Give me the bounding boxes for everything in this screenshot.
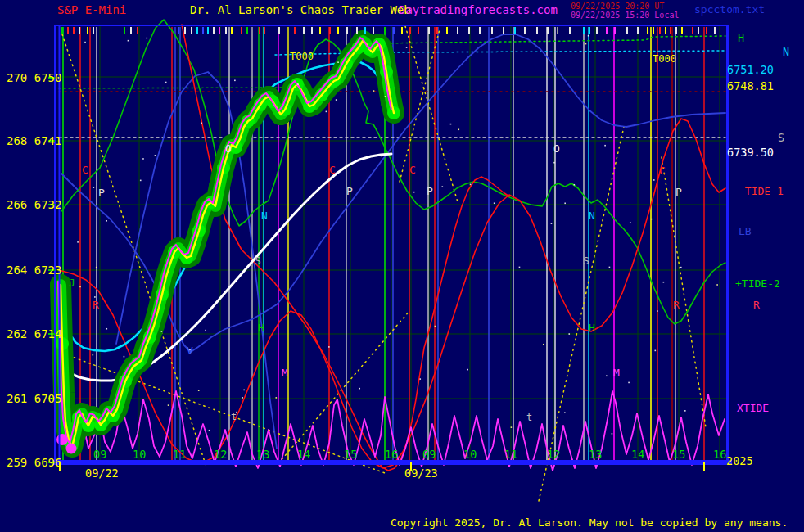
y-axis-label: 262 6714	[7, 327, 61, 340]
star-dot	[604, 145, 606, 147]
chart-letter: C	[329, 164, 336, 176]
x-axis-hour: 15	[344, 448, 357, 461]
x-axis-hour: 11	[504, 448, 517, 461]
star-dot	[146, 38, 147, 39]
price-chart: 270 6750268 6741266 6732264 6723262 6714…	[0, 0, 804, 532]
chart-letter: H	[589, 322, 595, 334]
y-axis-label: 266 6732	[7, 198, 61, 211]
start-marker-dot	[56, 434, 68, 445]
star-dot	[297, 83, 299, 85]
chart-letter-t000: T000	[653, 53, 676, 65]
chart-letter: t	[231, 411, 237, 422]
x-axis-hour: 16	[385, 448, 398, 461]
star-dot	[385, 96, 386, 97]
right-label-n: N	[783, 45, 789, 58]
series-astro-diag-5	[405, 26, 458, 205]
star-dot	[568, 333, 570, 335]
chart-letter: R	[93, 299, 99, 311]
instrument-label: S&P E-Mini	[57, 3, 126, 16]
star-dot	[606, 375, 608, 376]
legend-tide1: -TIDE-1	[739, 185, 784, 197]
chart-letter: O	[553, 142, 560, 155]
star-dot	[612, 433, 613, 435]
star-dot	[124, 356, 125, 358]
right-label-s: S	[778, 131, 784, 144]
star-dot	[209, 430, 210, 431]
site-link[interactable]: Daytradingforecasts.com	[399, 3, 558, 16]
star-dot	[467, 369, 468, 371]
chart-letter: H	[258, 322, 264, 334]
star-dot	[458, 128, 459, 130]
chart-letter-t000: T000	[290, 51, 314, 62]
chart-letter: M	[282, 367, 288, 379]
star-dot	[133, 444, 134, 446]
star-dot	[234, 80, 236, 82]
chart-letter: P	[675, 186, 682, 198]
chart-letter: M	[613, 367, 620, 379]
x-axis-hour: 12	[214, 448, 227, 461]
star-dot	[585, 43, 587, 45]
chart-letter: C	[82, 164, 88, 176]
star-dot	[716, 284, 718, 286]
star-dot	[198, 390, 200, 391]
star-dot	[441, 186, 443, 187]
chart-letter: t	[526, 412, 532, 423]
x-axis-hour: 09	[93, 448, 106, 461]
star-dot	[201, 123, 202, 124]
chart-letter: R	[673, 299, 680, 311]
star-dot	[96, 267, 97, 268]
star-dot	[77, 241, 79, 243]
star-dot	[276, 397, 278, 399]
chart-letter: O	[225, 142, 232, 155]
star-dot	[336, 99, 337, 101]
right-label-last-price: 6751.20	[727, 63, 774, 76]
star-dot	[450, 124, 452, 125]
star-dot	[543, 344, 544, 345]
y-axis-label: 268 6741	[7, 134, 61, 147]
star-dot	[243, 390, 245, 391]
chart-letter: N	[589, 210, 595, 222]
copyright-notice: Copyright 2025, Dr. Al Larson. May not b…	[391, 516, 788, 529]
star-dot	[406, 47, 408, 48]
star-dot	[93, 187, 95, 188]
right-label-secondary-price: 6748.81	[727, 79, 774, 92]
star-dot	[359, 388, 360, 390]
x-axis-hour: 16	[713, 448, 726, 461]
star-dot	[165, 82, 167, 83]
star-dot	[564, 412, 566, 413]
right-label-pivot-price: 6739.50	[727, 146, 774, 159]
y-axis-label: 270 6750	[7, 71, 61, 84]
right-label-r: R	[753, 299, 760, 311]
star-dot	[142, 158, 144, 160]
chart-letter: P	[346, 185, 353, 197]
x-axis-hour: 13	[256, 448, 269, 461]
star-dot	[79, 286, 81, 288]
x-axis-year: 2025	[726, 454, 753, 467]
star-dot	[143, 354, 145, 355]
timestamp-ut: 09/22/2025 20:20 UT	[571, 2, 664, 11]
star-dot	[161, 331, 163, 332]
star-dot	[419, 378, 421, 380]
star-dot	[326, 111, 327, 113]
star-dot	[551, 223, 553, 224]
star-dot	[519, 267, 521, 268]
chart-letter: V	[187, 345, 193, 357]
start-marker-dot	[66, 444, 77, 454]
star-dot	[654, 350, 656, 352]
chart-letter: S	[583, 255, 589, 267]
x-axis-hour: 14	[297, 448, 310, 461]
x-axis-hour: 13	[589, 448, 602, 461]
x-axis-hour: 09	[422, 448, 436, 461]
star-dot	[588, 35, 589, 37]
chart-letter: C	[409, 164, 416, 176]
star-dot	[630, 222, 631, 223]
star-dot	[564, 203, 566, 205]
data-file-link[interactable]: spcctom.txt	[694, 3, 765, 16]
star-dot	[574, 184, 576, 186]
legend-tide2: +TIDE-2	[735, 277, 780, 290]
page-title: Dr. Al Larson's Chaos Trader Web	[190, 3, 411, 16]
star-dot	[413, 192, 415, 193]
star-dot	[205, 330, 206, 331]
star-dot	[328, 346, 330, 348]
legend-xtide: XTIDE	[737, 402, 769, 414]
